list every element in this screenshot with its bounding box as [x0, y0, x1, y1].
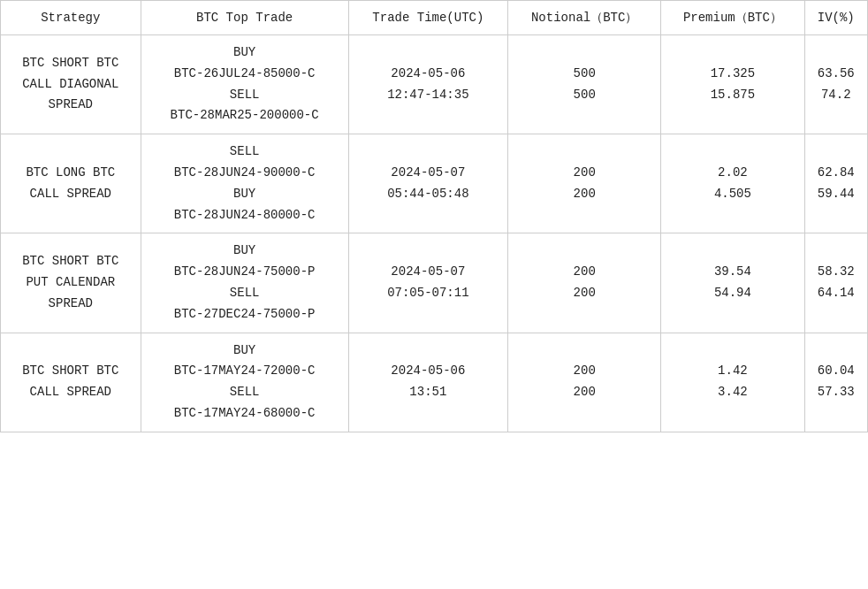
trading-table: Strategy BTC Top Trade Trade Time(UTC) N… [0, 0, 868, 432]
cell-premium: 17.32515.875 [661, 35, 804, 134]
table-row: BTC LONG BTCCALL SPREADSELLBTC-28JUN24-9… [1, 134, 868, 233]
cell-strategy: BTC LONG BTCCALL SPREAD [1, 134, 141, 233]
cell-notional: 200200 [508, 233, 661, 333]
cell-premium: 1.423.42 [661, 333, 804, 432]
cell-time: 2024-05-0613:51 [348, 333, 507, 432]
header-strategy: Strategy [1, 1, 141, 35]
table-row: BTC SHORT BTCPUT CALENDARSPREADBUYBTC-28… [1, 233, 868, 333]
header-premium: Premium（BTC） [661, 1, 804, 35]
cell-time: 2024-05-0612:47-14:35 [348, 35, 507, 134]
header-iv: IV(%) [804, 1, 867, 35]
table-header-row: Strategy BTC Top Trade Trade Time(UTC) N… [1, 1, 868, 35]
cell-strategy: BTC SHORT BTCCALL SPREAD [1, 333, 141, 432]
header-notional: Notional（BTC） [508, 1, 661, 35]
cell-strategy: BTC SHORT BTCPUT CALENDARSPREAD [1, 233, 141, 333]
cell-iv: 62.8459.44 [804, 134, 867, 233]
cell-trade: BUYBTC-28JUN24-75000-PSELLBTC-27DEC24-75… [141, 233, 348, 333]
cell-iv: 58.3264.14 [804, 233, 867, 333]
cell-notional: 200200 [508, 333, 661, 432]
cell-iv: 63.5674.2 [804, 35, 867, 134]
cell-notional: 200200 [508, 134, 661, 233]
header-trade-time: Trade Time(UTC) [348, 1, 507, 35]
cell-iv: 60.0457.33 [804, 333, 867, 432]
table-row: BTC SHORT BTCCALL DIAGONALSPREADBUYBTC-2… [1, 35, 868, 134]
header-btc-top-trade: BTC Top Trade [141, 1, 348, 35]
cell-trade: BUYBTC-17MAY24-72000-CSELLBTC-17MAY24-68… [141, 333, 348, 432]
cell-trade: BUYBTC-26JUL24-85000-CSELLBTC-28MAR25-20… [141, 35, 348, 134]
cell-trade: SELLBTC-28JUN24-90000-CBUYBTC-28JUN24-80… [141, 134, 348, 233]
cell-time: 2024-05-0707:05-07:11 [348, 233, 507, 333]
cell-premium: 39.5454.94 [661, 233, 804, 333]
main-table-container: Strategy BTC Top Trade Trade Time(UTC) N… [0, 0, 868, 432]
cell-strategy: BTC SHORT BTCCALL DIAGONALSPREAD [1, 35, 141, 134]
cell-time: 2024-05-0705:44-05:48 [348, 134, 507, 233]
cell-notional: 500500 [508, 35, 661, 134]
table-row: BTC SHORT BTCCALL SPREADBUYBTC-17MAY24-7… [1, 333, 868, 432]
cell-premium: 2.024.505 [661, 134, 804, 233]
